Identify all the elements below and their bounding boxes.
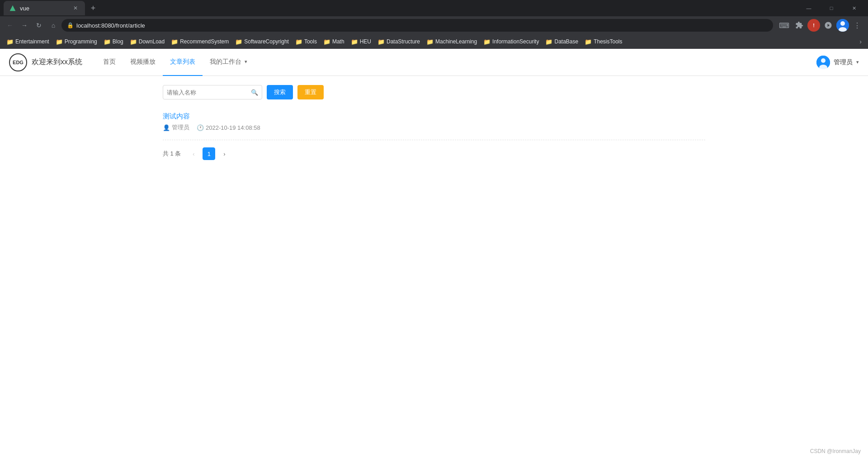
bookmark-blog[interactable]: 📁 Blog: [101, 38, 126, 46]
date-label: 2022-10-19 14:08:58: [206, 124, 260, 131]
bookmarks-more-button[interactable]: ›: [857, 37, 864, 46]
folder-icon: 📁: [585, 38, 592, 45]
main-content: 🔍 搜索 重置 测试内容 👤 管理员 🕐 2022-10-19 14:08:58…: [0, 76, 868, 347]
bookmark-database[interactable]: 📁 DataBase: [542, 38, 581, 46]
bookmarks-bar: 📁 Entertainment 📁 Programming 📁 Blog 📁 D…: [0, 34, 868, 49]
maximize-button[interactable]: □: [821, 0, 842, 16]
url-display: localhost:8080/front/article: [76, 22, 768, 29]
window-controls: — □ ✕: [798, 0, 864, 16]
article-divider: [163, 140, 705, 140]
author-label: 管理员: [172, 123, 189, 132]
svg-marker-0: [10, 5, 16, 11]
svg-point-2: [840, 21, 845, 26]
svg-point-5: [821, 58, 826, 63]
home-button[interactable]: ⌂: [47, 19, 60, 32]
prev-page-button[interactable]: ‹: [187, 147, 200, 160]
bookmark-informationsecurity[interactable]: 📁 InformationSecurity: [481, 38, 542, 46]
search-icon: 🔍: [251, 89, 258, 96]
tab-close-button[interactable]: ✕: [71, 4, 80, 12]
date-meta: 🕐 2022-10-19 14:08:58: [197, 124, 260, 131]
tab-title: vue: [20, 5, 68, 12]
user-avatar-app: [816, 56, 830, 69]
logo-wrap: EDG 欢迎来到xx系统: [9, 53, 82, 71]
translate-icon[interactable]: ⌨: [777, 18, 791, 33]
article-meta: 👤 管理员 🕐 2022-10-19 14:08:58: [163, 123, 705, 132]
search-area: 🔍 搜索 重置: [163, 85, 705, 99]
search-button[interactable]: 搜索: [267, 85, 293, 99]
author-meta: 👤 管理员: [163, 123, 189, 132]
folder-icon: 📁: [6, 38, 14, 45]
bookmark-tools[interactable]: 📁 Tools: [292, 38, 320, 46]
user-name-label: 管理员: [834, 58, 853, 66]
site-title: 欢迎来到xx系统: [32, 57, 82, 67]
bookmark-softwarecopyright[interactable]: 📁 SoftwareCopyright: [232, 38, 292, 46]
bookmark-download[interactable]: 📁 DownLoad: [127, 38, 167, 46]
search-input[interactable]: [167, 89, 249, 96]
search-input-wrap[interactable]: 🔍: [163, 85, 262, 99]
bookmark-math[interactable]: 📁 Math: [321, 38, 347, 46]
nav-menu: 首页 视频播放 文章列表 我的工作台 ▾: [96, 49, 816, 76]
profile-avatar[interactable]: [836, 19, 849, 32]
tab-bar: vue ✕ + — □ ✕: [0, 0, 868, 16]
minimize-button[interactable]: —: [798, 0, 819, 16]
browser-tab[interactable]: vue ✕: [4, 1, 85, 15]
bookmark-recommendsystem[interactable]: 📁 RecommendSystem: [168, 38, 231, 46]
folder-icon: 📁: [377, 38, 385, 45]
folder-icon: 📁: [104, 38, 111, 45]
bookmark-machinelearning[interactable]: 📁 MachineLearning: [424, 38, 480, 46]
more-options-icon[interactable]: ⋮: [850, 18, 864, 33]
page-1-button[interactable]: 1: [203, 147, 215, 160]
article-item: 测试内容 👤 管理员 🕐 2022-10-19 14:08:58: [163, 109, 705, 135]
clock-icon: 🕐: [197, 124, 204, 131]
folder-icon: 📁: [323, 38, 330, 45]
nav-workspace[interactable]: 我的工作台 ▾: [203, 49, 255, 76]
lock-icon: 🔒: [67, 22, 74, 28]
user-dropdown-arrow-icon[interactable]: ▾: [856, 59, 859, 65]
browser-chrome: vue ✕ + — □ ✕ ← → ↻ ⌂ 🔒 localhost:8080/f…: [0, 0, 868, 49]
folder-icon: 📁: [171, 38, 178, 45]
bookmark-entertainment[interactable]: 📁 Entertainment: [4, 38, 52, 46]
forward-button[interactable]: →: [18, 19, 31, 32]
article-list: 测试内容 👤 管理员 🕐 2022-10-19 14:08:58: [163, 109, 705, 140]
bookmark-datastructure[interactable]: 📁 DataStructure: [375, 38, 423, 46]
author-icon: 👤: [163, 124, 170, 131]
account-icon[interactable]: [821, 18, 835, 33]
back-button[interactable]: ←: [4, 19, 16, 32]
folder-icon: 📁: [235, 38, 242, 45]
total-count-label: 共 1 条: [163, 150, 181, 158]
address-input-wrap[interactable]: 🔒 localhost:8080/front/article: [61, 19, 773, 32]
bookmark-thesistools[interactable]: 📁 ThesisTools: [582, 38, 625, 46]
folder-icon: 📁: [56, 38, 63, 45]
new-tab-button[interactable]: +: [87, 2, 99, 14]
folder-icon: 📁: [130, 38, 137, 45]
dropdown-arrow-icon: ▾: [245, 59, 247, 65]
pagination: 共 1 条 ‹ 1 ›: [163, 147, 705, 160]
logo-circle: EDG: [9, 53, 27, 71]
next-page-button[interactable]: ›: [218, 147, 231, 160]
nav-article[interactable]: 文章列表: [163, 49, 203, 76]
article-title-link[interactable]: 测试内容: [163, 112, 705, 121]
folder-icon: 📁: [545, 38, 552, 45]
close-button[interactable]: ✕: [844, 0, 864, 16]
nav-home[interactable]: 首页: [96, 49, 123, 76]
tab-favicon: [9, 5, 16, 12]
bookmark-programming[interactable]: 📁 Programming: [53, 38, 100, 46]
red-dot-icon[interactable]: !: [807, 19, 820, 32]
header-right: 管理员 ▾: [816, 56, 859, 69]
toolbar-icons: ⌨ ! ⋮: [777, 18, 864, 33]
reset-button[interactable]: 重置: [297, 85, 324, 99]
extension-icon[interactable]: [792, 18, 807, 33]
nav-video[interactable]: 视频播放: [123, 49, 163, 76]
folder-icon: 📁: [295, 38, 302, 45]
bookmark-heu[interactable]: 📁 HEU: [348, 38, 374, 46]
address-bar: ← → ↻ ⌂ 🔒 localhost:8080/front/article ⌨…: [0, 16, 868, 34]
folder-icon: 📁: [351, 38, 358, 45]
refresh-button[interactable]: ↻: [33, 19, 45, 32]
app-header: EDG 欢迎来到xx系统 首页 视频播放 文章列表 我的工作台 ▾ 管理员 ▾: [0, 49, 868, 76]
folder-icon: 📁: [426, 38, 434, 45]
folder-icon: 📁: [483, 38, 491, 45]
